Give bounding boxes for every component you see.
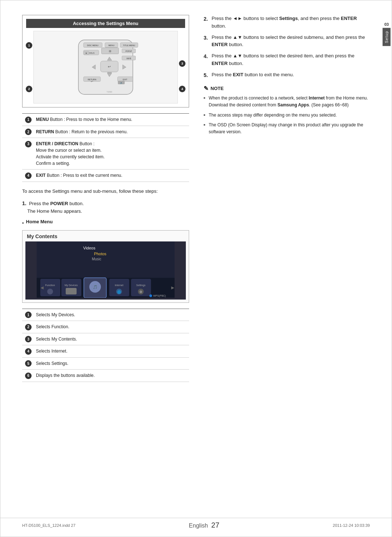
note-section: ✎ NOTE When the product is connected to … [204,85,370,135]
my-contents-svg: Videos Photos Music Function My Devices [25,241,186,298]
legend-text-3: ENTER / DIRECTION Button : Move the curs… [33,138,189,170]
home-menu-legend-table: 1 Selects My Devices. 2 Selects Function… [22,309,189,382]
step-3: 3. Press the ▲▼ buttons to select the de… [204,34,370,49]
my-contents-title: My Contents [25,233,186,239]
note-icon: ✎ [204,85,208,92]
svg-text:↩: ↩ [91,80,93,83]
home-legend-row-1: 1 Selects My Devices. [22,309,189,321]
page-container: 03 Setup Accessing the Settings Menu 1 2 [0,0,392,537]
annotation-1: 1 [26,42,32,49]
note-header: ✎ NOTE [204,85,370,92]
legend-text-4: EXIT Button : Press to exit the current … [33,170,189,182]
svg-text:POPUP: POPUP [126,50,132,52]
side-tab-number: 03 [384,22,389,27]
svg-text:Photos: Photos [94,252,107,256]
side-tab-label: Setup [383,28,391,46]
step-4: 4. Press the ▲▼ buttons to select the de… [204,52,370,68]
note-title: NOTE [211,86,224,91]
legend-row-4: 4 EXIT Button : Press to exit the curren… [22,170,189,182]
home-legend-row-2: 2 Selects Function. [22,321,189,333]
svg-text:◄: ◄ [40,285,45,290]
remote-legend-table: 1 MENU Button : Press to move to the Hom… [22,113,189,182]
svg-text:MENU: MENU [109,44,115,46]
svg-point-40 [47,289,53,294]
svg-text:Music: Music [92,257,101,261]
remote-control-box: Accessing the Settings Menu 1 2 3 4 [22,15,189,107]
page-number: 27 [211,521,219,529]
right-column: 2. Press the ◄► buttons to select Settin… [204,15,370,388]
note-item-2: The access steps may differ depending on… [204,112,370,119]
home-legend-row-3: 3 Selects My Contents. [22,333,189,345]
home-legend-row-5: 5 Selects Settings. [22,357,189,370]
remote-svg: DISC MENU MENU TITLE MENU POPUP ▤ [51,34,160,100]
svg-text:🌐: 🌐 [117,290,121,294]
svg-text:Videos: Videos [83,246,95,250]
my-contents-box: My Contents 3 4 5 6 [22,230,189,303]
legend-text-2: RETURN Button : Return to the previous m… [33,126,189,138]
legend-num-3: 3 [25,141,32,147]
annotation-3: 3 [179,60,185,67]
svg-text:⚙: ⚙ [139,290,142,294]
side-tab: 03 Setup [381,22,392,46]
footer-left: HT-D5100_ELS_1224.indd 27 [22,523,75,528]
legend-row-3: 3 ENTER / DIRECTION Button : Move the cu… [22,138,189,170]
home-legend-num-2: 2 [25,324,32,330]
step-2: 2. Press the ◄► buttons to select Settin… [204,15,370,30]
legend-text-1: MENU Button : Press to move to the Home … [33,114,189,126]
note-list: When the product is connected to a netwo… [204,95,370,135]
home-legend-num-3: 3 [25,336,32,342]
home-legend-num-1: 1 [25,312,32,318]
intro-text: To access the Settings menu and sub-menu… [22,188,189,195]
svg-text:Settings: Settings [136,284,146,287]
note-item-1: When the product is connected to a netwo… [204,95,370,109]
svg-rect-43 [66,288,77,294]
home-menu-label: Home Menu [26,219,53,224]
svg-text:T-D500: T-D500 [107,91,113,93]
legend-num-2: 2 [25,129,32,135]
note-item-3: The OSD (On Screen Display) may change i… [204,122,370,135]
remote-title: Accessing the Settings Menu [26,19,185,28]
svg-text:DISC MENU: DISC MENU [87,44,98,46]
my-contents-screen: 3 4 5 6 1 2 [25,241,186,300]
legend-row-2: 2 RETURN Button : Return to the previous… [22,126,189,138]
home-legend-num-6: 6 [25,373,32,379]
home-legend-row-4: 4 Selects Internet. [22,345,189,358]
home-legend-text-2: Selects Function. [33,321,189,333]
legend-num-4: 4 [25,172,32,179]
english-label: English [189,522,208,529]
home-legend-text-3: Selects My Contents. [33,333,189,345]
steps-list: 2. Press the ◄► buttons to select Settin… [204,15,370,79]
step-1: 1. Press the POWER button. The Home Menu… [22,199,189,215]
home-legend-text-4: Selects Internet. [33,345,189,358]
home-legend-text-6: Displays the buttons available. [33,370,189,382]
step-5: 5. Press the EXIT button to exit the men… [204,71,370,79]
home-legend-num-5: 5 [25,360,32,367]
svg-text:▤: ▤ [109,50,111,52]
annotation-4: 4 [179,86,185,92]
svg-text:🖥: 🖥 [85,52,87,54]
svg-text:🎵: 🎵 [93,285,98,289]
annotation-2: 2 [26,86,32,92]
home-legend-num-4: 4 [25,348,32,355]
home-legend-row-6: 6 Displays the buttons available. [22,370,189,382]
svg-text:EXIT: EXIT [123,78,127,81]
home-menu-label-row: • Home Menu [22,219,189,227]
svg-text:Function: Function [45,284,55,286]
home-legend-text-1: Selects My Devices. [33,309,189,321]
left-column: Accessing the Settings Menu 1 2 3 4 [22,15,189,388]
svg-text:►: ► [170,285,175,290]
svg-text:Internet: Internet [115,284,123,286]
legend-row-1: 1 MENU Button : Press to move to the Hom… [22,114,189,126]
legend-num-1: 1 [25,117,32,123]
home-legend-text-5: Selects Settings. [33,357,189,370]
main-content: Accessing the Settings Menu 1 2 3 4 [22,15,370,388]
remote-diagram: 1 2 3 4 DI [33,31,178,103]
svg-text:My Devices: My Devices [65,284,78,287]
footer-page: English 27 [189,521,219,529]
svg-text:🔊: 🔊 [120,81,123,84]
bullet-home-menu: • [22,220,24,226]
footer-right: 2011-12-24 10:03:39 [333,523,370,528]
svg-text:↩: ↩ [108,65,111,69]
svg-text:TITLE MENU: TITLE MENU [123,44,135,46]
svg-text:🔵 WPS(PBC): 🔵 WPS(PBC) [149,294,166,297]
